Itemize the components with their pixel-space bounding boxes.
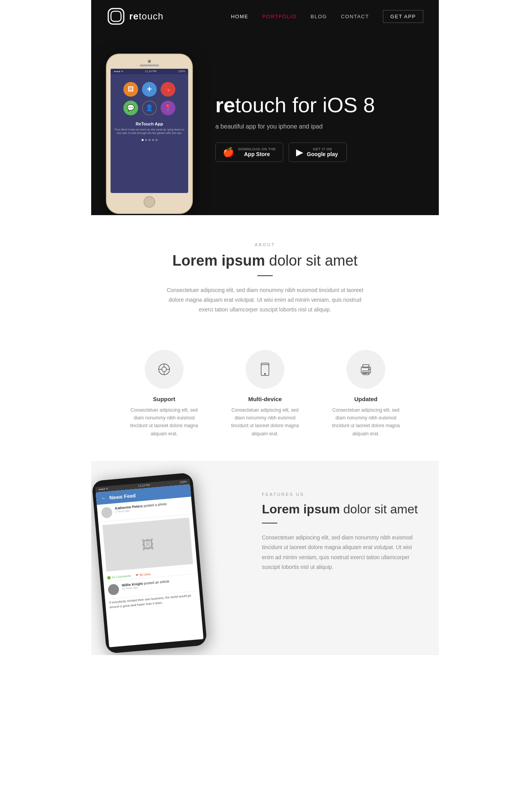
image-placeholder-icon: 🖼 <box>141 537 154 552</box>
updated-icon-circle <box>346 350 385 389</box>
apple-store-small-text: Download on the <box>238 147 276 151</box>
about-section: ABOUT Lorem ipsum dolor sit amet Consect… <box>91 215 439 330</box>
logo-text: retouch <box>129 11 163 22</box>
printer-icon <box>358 362 374 377</box>
dot-3 <box>149 139 151 141</box>
logo-icon <box>107 7 125 26</box>
nav-contact[interactable]: CONTACT <box>341 14 369 19</box>
google-play-icon: ▶ <box>296 147 303 158</box>
nav-get-app[interactable]: GET APP <box>383 10 423 23</box>
dot-2 <box>145 139 147 141</box>
features-label: FEATURES US <box>262 492 423 497</box>
svg-rect-1 <box>111 11 121 21</box>
features-section: ●●●● ≋ 11:14 PM 100% ← News Feed Katheri… <box>91 461 439 655</box>
nav-home[interactable]: HOME <box>231 14 248 19</box>
app-icon-bookmark: 🔖 <box>161 82 175 97</box>
feed-title: News Feed <box>109 492 136 501</box>
google-play-button[interactable]: ▶ Get it on Google play <box>289 143 347 162</box>
multidevice-title: Multi-device <box>226 396 304 402</box>
svg-point-9 <box>265 373 266 374</box>
about-desc: Consectetuer adipiscing elit, sed diam n… <box>164 285 366 315</box>
apple-store-big-text: App Store <box>238 151 276 157</box>
updated-title: Updated <box>327 396 405 402</box>
svg-rect-13 <box>363 371 369 375</box>
support-title: Support <box>125 396 203 402</box>
apple-icon: 🍎 <box>223 147 234 158</box>
phone-app-title: ReTouch App <box>136 122 163 126</box>
features-divider <box>262 523 277 523</box>
android-phone: ●●●● ≋ 11:14 PM 100% ← News Feed Katheri… <box>92 473 207 654</box>
android-phone-area: ●●●● ≋ 11:14 PM 100% ← News Feed Katheri… <box>91 461 246 650</box>
phone-app-desc: Poor Alice! It was as much as she could … <box>114 128 184 136</box>
google-play-big-text: Google play <box>307 151 338 157</box>
nav-blog[interactable]: BLOG <box>311 14 327 19</box>
tablet-icon <box>257 362 273 377</box>
dot-5 <box>156 139 158 141</box>
features-text-area: FEATURES US Lorem ipsum dolor sit amet C… <box>246 461 439 595</box>
feature-updated: Updated Consectetuer adipiscing elit, se… <box>327 350 405 438</box>
svg-point-14 <box>369 369 370 370</box>
likes-count: ❤ 38 Likes <box>135 572 151 577</box>
google-play-small-text: Get it on <box>307 147 338 151</box>
news-image: 🖼 <box>102 518 193 572</box>
app-icon-images: 🖼 <box>123 82 138 97</box>
updated-desc: Consectetuer adipiscing elit, sed diam n… <box>327 406 405 438</box>
multidevice-icon-circle <box>246 350 284 389</box>
about-divider <box>257 275 273 276</box>
support-icon-circle <box>145 350 184 389</box>
nav-portfolio[interactable]: PORTFOLIO <box>262 14 296 19</box>
app-icon-chat: 💬 <box>123 101 138 115</box>
phone-camera <box>148 60 151 63</box>
hero-content: retouch for iOS 8 a beautiful app for yo… <box>200 78 423 185</box>
logo[interactable]: retouch <box>107 7 163 26</box>
about-title: Lorem ipsum dolor sit amet <box>107 252 423 269</box>
phone-screen: ●●●● ≋ 11:14 PM 100% 🖼 + 🔖 💬 👤 📍 ReTouch… <box>111 69 188 193</box>
features-desc: Consectetuer adipiscing elit, sed diam n… <box>262 533 423 572</box>
store-buttons: 🍎 Download on the App Store ▶ Get it on … <box>215 143 408 162</box>
dot-1 <box>142 139 144 141</box>
android-screen: ← News Feed Katherine Peters posted a ph… <box>96 484 204 647</box>
support-icon <box>156 362 172 377</box>
site-header: retouch HOME PORTFOLIO BLOG CONTACT GET … <box>91 0 439 33</box>
multidevice-desc: Consectetuer adipiscing elit, sed diam n… <box>226 406 304 438</box>
svg-rect-12 <box>363 365 369 368</box>
main-nav: HOME PORTFOLIO BLOG CONTACT GET APP <box>231 10 423 23</box>
user2-avatar <box>107 584 119 595</box>
comments-count: 🟢 15 Comments <box>107 574 132 579</box>
features-icons-section: Support Consectetuer adipiscing elit, se… <box>91 330 439 461</box>
phone-speaker <box>140 64 159 66</box>
svg-point-3 <box>162 367 166 372</box>
back-icon: ← <box>100 495 106 501</box>
hero-phone: ●●●● ≋ 11:14 PM 100% 🖼 + 🔖 💬 👤 📍 ReTouch… <box>107 54 200 213</box>
hero-title: retouch for iOS 8 <box>215 94 408 116</box>
app-icon-location: 📍 <box>161 101 175 115</box>
about-label: ABOUT <box>107 242 423 247</box>
apple-store-button[interactable]: 🍎 Download on the App Store <box>215 143 283 162</box>
feature-multidevice: Multi-device Consectetuer adipiscing eli… <box>226 350 304 438</box>
user1-avatar <box>101 507 113 518</box>
dot-4 <box>152 139 154 141</box>
phone-home-button[interactable] <box>144 196 155 208</box>
app-icon-user: 👤 <box>142 101 157 115</box>
feature-support: Support Consectetuer adipiscing elit, se… <box>125 350 203 438</box>
features-title: Lorem ipsum dolor sit amet <box>262 502 423 516</box>
app-icon-plus: + <box>142 82 157 97</box>
hero-subtitle: a beautiful app for you iphone and ipad <box>215 123 408 130</box>
hero-section: ●●●● ≋ 11:14 PM 100% 🖼 + 🔖 💬 👤 📍 ReTouch… <box>91 33 439 215</box>
support-desc: Consectetuer adipiscing elit, sed diam n… <box>125 406 203 438</box>
